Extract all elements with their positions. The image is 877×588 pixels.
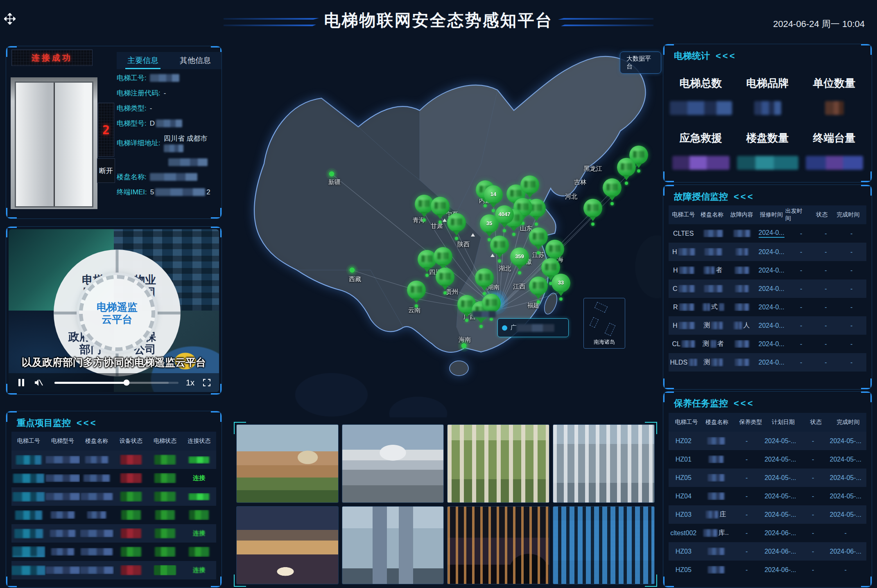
field-value: 四川省 成都市 bbox=[164, 134, 220, 152]
field-label: 电梯类型: bbox=[117, 104, 147, 113]
pause-icon[interactable] bbox=[18, 378, 25, 387]
map-tooltip: 广 bbox=[497, 318, 569, 337]
table-row[interactable]: CL 测者 2024-0... - - - bbox=[669, 335, 866, 353]
disconnect-button[interactable]: 断开 bbox=[97, 158, 115, 183]
photo-thumbnail-twin-towers[interactable] bbox=[342, 506, 444, 585]
map-marker[interactable] bbox=[431, 197, 450, 216]
fullscreen-icon[interactable] bbox=[203, 378, 211, 387]
map-marker[interactable]: 359 bbox=[510, 248, 529, 266]
map-marker[interactable] bbox=[617, 158, 636, 177]
province-label: 吉林 bbox=[574, 178, 586, 186]
panel-title: 保养任务监控<<< bbox=[674, 397, 755, 410]
info-tab[interactable]: 主要信息 bbox=[117, 52, 169, 69]
table-row[interactable]: H 2024-0... - - - bbox=[669, 243, 866, 261]
table-row[interactable]: H 测 人 2024-0... - - - bbox=[669, 316, 866, 335]
video-player[interactable]: 电梯 厂家物业 公司政府监管 部门维保 公司 电梯遥监 云平台 以及政府部门多方… bbox=[9, 229, 219, 392]
table-row[interactable]: HZ05 - 2024-06-... - - bbox=[669, 561, 866, 579]
inset-label: 南海诸岛 bbox=[584, 338, 625, 346]
map-marker[interactable] bbox=[520, 176, 539, 194]
table-row[interactable]: CLTES 2024-0... - - - bbox=[669, 224, 866, 243]
map-marker[interactable]: 4047 bbox=[495, 205, 514, 224]
field-row: 电梯注册代码: - bbox=[117, 88, 220, 98]
china-map[interactable]: 新疆西藏青海甘肃宁夏陕西四川云南贵州广西海南湖南湖北江西福建浙江上海江苏安徽山东… bbox=[227, 41, 661, 417]
map-marker[interactable] bbox=[434, 247, 452, 266]
table-row[interactable]: 连接 bbox=[11, 561, 216, 579]
big-data-platform-button[interactable]: 大数据平台 bbox=[620, 52, 661, 74]
column-header: 楼盘名称 bbox=[704, 419, 730, 426]
table-row[interactable]: HZ03 庄 - 2024-05-... - 2024-05-... bbox=[669, 505, 866, 524]
stat-item: 应急救援 bbox=[672, 131, 730, 170]
map-marker[interactable] bbox=[482, 294, 501, 313]
stat-label: 应急救援 bbox=[672, 131, 730, 145]
stat-label: 电梯总数 bbox=[670, 76, 732, 90]
table-row[interactable]: HZ01 - 2024-05-... - 2024-05-... bbox=[669, 450, 866, 469]
map-marker[interactable] bbox=[447, 213, 466, 232]
map-marker[interactable] bbox=[475, 268, 494, 287]
table-header: 电梯工号楼盘名称故障内容报修时间出发时间状态完成时间 bbox=[669, 205, 866, 224]
map-marker[interactable] bbox=[436, 268, 454, 286]
playback-speed[interactable]: 1x bbox=[186, 378, 194, 387]
table-row[interactable]: R 式 2024-0... - - - bbox=[669, 298, 866, 316]
video-progress-bar[interactable] bbox=[54, 382, 179, 384]
map-marker[interactable] bbox=[603, 178, 622, 197]
table-row[interactable] bbox=[11, 543, 216, 561]
table-row[interactable]: HZ03 - 2024-06-... - 2024-06-... bbox=[669, 542, 866, 561]
map-marker[interactable]: 14 bbox=[484, 185, 503, 204]
table-row[interactable]: HLDS 测 2024-0... - - - bbox=[669, 353, 866, 372]
column-header: 完成时间 bbox=[837, 419, 860, 426]
video-controls: 1x bbox=[9, 373, 219, 392]
province-label: 黑龙江 bbox=[584, 165, 602, 173]
stat-value-redacted bbox=[737, 156, 798, 170]
stat-item: 电梯总数 bbox=[670, 76, 732, 115]
photo-thumbnail-hotel-fountain[interactable] bbox=[236, 506, 339, 585]
map-marker[interactable] bbox=[545, 240, 564, 259]
map-marker[interactable] bbox=[350, 268, 355, 273]
photo-thumbnail-government-building[interactable] bbox=[342, 424, 444, 503]
table-row[interactable]: HZ02 - 2024-05-... - 2024-05-... bbox=[669, 432, 866, 450]
field-label: 终端IMEI: bbox=[117, 187, 147, 197]
table-row[interactable]: cltest002 库.. - 2024-06-... - - bbox=[669, 524, 866, 542]
map-marker[interactable]: 33 bbox=[552, 274, 570, 293]
info-tab[interactable]: 其他信息 bbox=[169, 52, 222, 69]
table-row[interactable]: HZ04 - 2024-05-... - 2024-05-... bbox=[669, 487, 866, 505]
video-progress-knob[interactable] bbox=[123, 380, 129, 386]
photo-thum bnail-modern-towers-night[interactable] bbox=[553, 506, 655, 585]
elevator-image bbox=[11, 77, 97, 209]
table-row[interactable]: HZ05 - 2024-05-... - 2024-05-... bbox=[669, 469, 866, 487]
map-marker[interactable] bbox=[529, 277, 548, 295]
column-header: 楼盘名称 bbox=[698, 211, 726, 219]
map-marker[interactable] bbox=[583, 199, 602, 218]
mute-icon[interactable] bbox=[34, 378, 44, 387]
field-value: D bbox=[150, 119, 182, 128]
map-marker[interactable] bbox=[329, 171, 335, 177]
page-title: 电梯物联网安全态势感知平台 bbox=[0, 9, 877, 32]
province-label: 西藏 bbox=[349, 275, 361, 283]
table-row[interactable]: 连接 bbox=[11, 469, 216, 487]
panel-title: 故障授信监控<<< bbox=[674, 191, 755, 203]
table-row[interactable] bbox=[11, 506, 216, 524]
photo-thumbnail-residential-aerial-1[interactable] bbox=[447, 424, 549, 503]
province-label: 海南 bbox=[459, 336, 471, 344]
photo-thumbnail-hotel-night[interactable] bbox=[447, 506, 549, 585]
table-header: 电梯工号电梯型号楼盘名称设备状态电梯状态连接状态 bbox=[11, 432, 216, 451]
map-svg bbox=[227, 41, 661, 417]
table-row[interactable]: 连接 bbox=[11, 524, 216, 543]
map-marker[interactable] bbox=[529, 228, 548, 246]
column-header: 报修时间 bbox=[757, 211, 785, 219]
arrows-decor: <<< bbox=[716, 51, 737, 61]
photo-thumbnail-resort[interactable] bbox=[236, 424, 339, 503]
photo-thumbnail-residential-aerial-2[interactable] bbox=[553, 424, 655, 503]
map-marker[interactable] bbox=[407, 281, 426, 300]
table-row[interactable] bbox=[11, 451, 216, 469]
field-value: - bbox=[164, 89, 166, 97]
table-row[interactable]: H 者 2024-0... - - - bbox=[669, 261, 866, 279]
table-header: 电梯工号楼盘名称保养类型计划日期状态完成时间 bbox=[669, 413, 866, 432]
column-header: 出发时间 bbox=[785, 207, 807, 222]
stat-item: 单位数量 bbox=[813, 76, 856, 115]
field-value bbox=[150, 74, 179, 82]
map-marker[interactable] bbox=[461, 343, 467, 349]
floor-indicator: 2 bbox=[98, 103, 114, 157]
field-row: 电梯详细地址: 四川省 成都市 bbox=[117, 134, 220, 152]
table-row[interactable] bbox=[11, 487, 216, 506]
table-row[interactable]: C 2024-0... - - - bbox=[669, 279, 866, 298]
